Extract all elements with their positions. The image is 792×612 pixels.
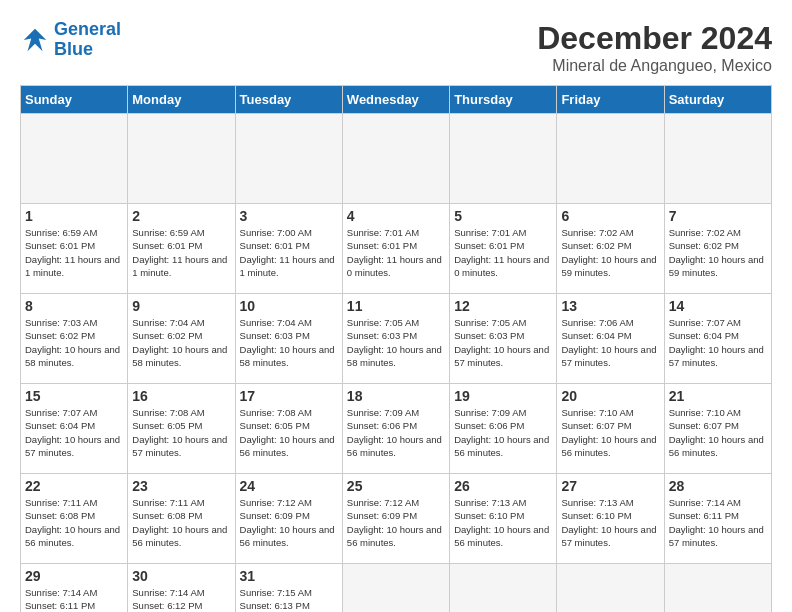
calendar-day-cell: 13Sunrise: 7:06 AMSunset: 6:04 PMDayligh… bbox=[557, 294, 664, 384]
day-header-friday: Friday bbox=[557, 86, 664, 114]
day-info: Sunrise: 7:14 AMSunset: 6:12 PMDaylight:… bbox=[132, 586, 230, 612]
calendar-week-row: 1Sunrise: 6:59 AMSunset: 6:01 PMDaylight… bbox=[21, 204, 772, 294]
day-number: 20 bbox=[561, 388, 659, 404]
day-info: Sunrise: 7:04 AMSunset: 6:02 PMDaylight:… bbox=[132, 316, 230, 369]
day-info: Sunrise: 7:15 AMSunset: 6:13 PMDaylight:… bbox=[240, 586, 338, 612]
title-block: December 2024 Mineral de Angangueo, Mexi… bbox=[537, 20, 772, 75]
calendar-day-cell: 17Sunrise: 7:08 AMSunset: 6:05 PMDayligh… bbox=[235, 384, 342, 474]
page-title: December 2024 bbox=[537, 20, 772, 57]
day-number: 25 bbox=[347, 478, 445, 494]
day-header-thursday: Thursday bbox=[450, 86, 557, 114]
day-number: 19 bbox=[454, 388, 552, 404]
day-number: 24 bbox=[240, 478, 338, 494]
day-info: Sunrise: 7:13 AMSunset: 6:10 PMDaylight:… bbox=[454, 496, 552, 549]
day-number: 23 bbox=[132, 478, 230, 494]
day-number: 3 bbox=[240, 208, 338, 224]
calendar-day-cell: 8Sunrise: 7:03 AMSunset: 6:02 PMDaylight… bbox=[21, 294, 128, 384]
page-header: General Blue December 2024 Mineral de An… bbox=[20, 20, 772, 75]
day-info: Sunrise: 7:10 AMSunset: 6:07 PMDaylight:… bbox=[561, 406, 659, 459]
day-info: Sunrise: 7:12 AMSunset: 6:09 PMDaylight:… bbox=[347, 496, 445, 549]
calendar-day-cell: 26Sunrise: 7:13 AMSunset: 6:10 PMDayligh… bbox=[450, 474, 557, 564]
calendar-day-cell: 27Sunrise: 7:13 AMSunset: 6:10 PMDayligh… bbox=[557, 474, 664, 564]
calendar-table: SundayMondayTuesdayWednesdayThursdayFrid… bbox=[20, 85, 772, 612]
day-header-monday: Monday bbox=[128, 86, 235, 114]
day-number: 29 bbox=[25, 568, 123, 584]
logo: General Blue bbox=[20, 20, 121, 60]
calendar-day-cell: 29Sunrise: 7:14 AMSunset: 6:11 PMDayligh… bbox=[21, 564, 128, 613]
calendar-day-cell: 23Sunrise: 7:11 AMSunset: 6:08 PMDayligh… bbox=[128, 474, 235, 564]
calendar-day-cell bbox=[450, 114, 557, 204]
calendar-day-cell: 21Sunrise: 7:10 AMSunset: 6:07 PMDayligh… bbox=[664, 384, 771, 474]
day-info: Sunrise: 7:01 AMSunset: 6:01 PMDaylight:… bbox=[347, 226, 445, 279]
day-info: Sunrise: 7:09 AMSunset: 6:06 PMDaylight:… bbox=[454, 406, 552, 459]
day-header-sunday: Sunday bbox=[21, 86, 128, 114]
day-number: 9 bbox=[132, 298, 230, 314]
day-number: 6 bbox=[561, 208, 659, 224]
calendar-day-cell: 16Sunrise: 7:08 AMSunset: 6:05 PMDayligh… bbox=[128, 384, 235, 474]
calendar-day-cell: 22Sunrise: 7:11 AMSunset: 6:08 PMDayligh… bbox=[21, 474, 128, 564]
calendar-day-cell: 4Sunrise: 7:01 AMSunset: 6:01 PMDaylight… bbox=[342, 204, 449, 294]
day-info: Sunrise: 7:14 AMSunset: 6:11 PMDaylight:… bbox=[25, 586, 123, 612]
day-info: Sunrise: 7:11 AMSunset: 6:08 PMDaylight:… bbox=[25, 496, 123, 549]
calendar-day-cell bbox=[450, 564, 557, 613]
page-subtitle: Mineral de Angangueo, Mexico bbox=[537, 57, 772, 75]
day-number: 22 bbox=[25, 478, 123, 494]
day-info: Sunrise: 7:10 AMSunset: 6:07 PMDaylight:… bbox=[669, 406, 767, 459]
calendar-day-cell: 30Sunrise: 7:14 AMSunset: 6:12 PMDayligh… bbox=[128, 564, 235, 613]
day-number: 15 bbox=[25, 388, 123, 404]
calendar-day-cell: 31Sunrise: 7:15 AMSunset: 6:13 PMDayligh… bbox=[235, 564, 342, 613]
calendar-day-cell: 6Sunrise: 7:02 AMSunset: 6:02 PMDaylight… bbox=[557, 204, 664, 294]
calendar-day-cell: 20Sunrise: 7:10 AMSunset: 6:07 PMDayligh… bbox=[557, 384, 664, 474]
calendar-day-cell: 12Sunrise: 7:05 AMSunset: 6:03 PMDayligh… bbox=[450, 294, 557, 384]
day-header-wednesday: Wednesday bbox=[342, 86, 449, 114]
calendar-week-row: 29Sunrise: 7:14 AMSunset: 6:11 PMDayligh… bbox=[21, 564, 772, 613]
day-info: Sunrise: 7:08 AMSunset: 6:05 PMDaylight:… bbox=[132, 406, 230, 459]
day-number: 18 bbox=[347, 388, 445, 404]
calendar-day-cell: 14Sunrise: 7:07 AMSunset: 6:04 PMDayligh… bbox=[664, 294, 771, 384]
day-header-saturday: Saturday bbox=[664, 86, 771, 114]
calendar-day-cell bbox=[235, 114, 342, 204]
day-info: Sunrise: 6:59 AMSunset: 6:01 PMDaylight:… bbox=[25, 226, 123, 279]
day-info: Sunrise: 7:02 AMSunset: 6:02 PMDaylight:… bbox=[561, 226, 659, 279]
day-number: 30 bbox=[132, 568, 230, 584]
day-header-tuesday: Tuesday bbox=[235, 86, 342, 114]
day-number: 1 bbox=[25, 208, 123, 224]
day-number: 28 bbox=[669, 478, 767, 494]
day-number: 14 bbox=[669, 298, 767, 314]
calendar-day-cell bbox=[664, 114, 771, 204]
day-info: Sunrise: 7:01 AMSunset: 6:01 PMDaylight:… bbox=[454, 226, 552, 279]
calendar-day-cell bbox=[557, 564, 664, 613]
svg-marker-0 bbox=[24, 29, 47, 52]
day-number: 16 bbox=[132, 388, 230, 404]
calendar-day-cell: 10Sunrise: 7:04 AMSunset: 6:03 PMDayligh… bbox=[235, 294, 342, 384]
day-info: Sunrise: 7:11 AMSunset: 6:08 PMDaylight:… bbox=[132, 496, 230, 549]
day-info: Sunrise: 7:03 AMSunset: 6:02 PMDaylight:… bbox=[25, 316, 123, 369]
day-info: Sunrise: 7:09 AMSunset: 6:06 PMDaylight:… bbox=[347, 406, 445, 459]
calendar-day-cell bbox=[664, 564, 771, 613]
logo-text: General Blue bbox=[54, 20, 121, 60]
calendar-day-cell bbox=[128, 114, 235, 204]
day-info: Sunrise: 7:05 AMSunset: 6:03 PMDaylight:… bbox=[454, 316, 552, 369]
calendar-week-row: 8Sunrise: 7:03 AMSunset: 6:02 PMDaylight… bbox=[21, 294, 772, 384]
day-info: Sunrise: 7:13 AMSunset: 6:10 PMDaylight:… bbox=[561, 496, 659, 549]
day-number: 10 bbox=[240, 298, 338, 314]
day-number: 5 bbox=[454, 208, 552, 224]
calendar-day-cell bbox=[21, 114, 128, 204]
calendar-day-cell: 3Sunrise: 7:00 AMSunset: 6:01 PMDaylight… bbox=[235, 204, 342, 294]
day-info: Sunrise: 7:08 AMSunset: 6:05 PMDaylight:… bbox=[240, 406, 338, 459]
calendar-day-cell bbox=[342, 114, 449, 204]
day-info: Sunrise: 7:00 AMSunset: 6:01 PMDaylight:… bbox=[240, 226, 338, 279]
calendar-day-cell: 5Sunrise: 7:01 AMSunset: 6:01 PMDaylight… bbox=[450, 204, 557, 294]
calendar-day-cell: 24Sunrise: 7:12 AMSunset: 6:09 PMDayligh… bbox=[235, 474, 342, 564]
calendar-day-cell: 7Sunrise: 7:02 AMSunset: 6:02 PMDaylight… bbox=[664, 204, 771, 294]
day-info: Sunrise: 7:06 AMSunset: 6:04 PMDaylight:… bbox=[561, 316, 659, 369]
calendar-day-cell: 11Sunrise: 7:05 AMSunset: 6:03 PMDayligh… bbox=[342, 294, 449, 384]
calendar-header-row: SundayMondayTuesdayWednesdayThursdayFrid… bbox=[21, 86, 772, 114]
calendar-day-cell: 9Sunrise: 7:04 AMSunset: 6:02 PMDaylight… bbox=[128, 294, 235, 384]
day-info: Sunrise: 7:02 AMSunset: 6:02 PMDaylight:… bbox=[669, 226, 767, 279]
day-info: Sunrise: 7:14 AMSunset: 6:11 PMDaylight:… bbox=[669, 496, 767, 549]
calendar-day-cell: 19Sunrise: 7:09 AMSunset: 6:06 PMDayligh… bbox=[450, 384, 557, 474]
day-number: 7 bbox=[669, 208, 767, 224]
calendar-day-cell: 2Sunrise: 6:59 AMSunset: 6:01 PMDaylight… bbox=[128, 204, 235, 294]
day-number: 8 bbox=[25, 298, 123, 314]
